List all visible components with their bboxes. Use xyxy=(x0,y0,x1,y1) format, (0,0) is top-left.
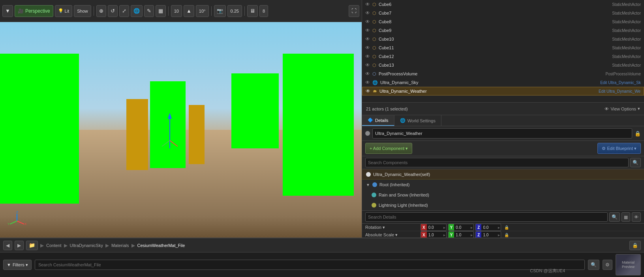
scale-btn[interactable]: ⤢ xyxy=(119,5,129,17)
eye-icon-cube7[interactable]: 👁 xyxy=(365,10,370,16)
search-details-input[interactable] xyxy=(365,212,608,222)
outliner-row-cube9[interactable]: 👁 ⬡ Cube9 StaticMeshActor xyxy=(362,26,644,35)
outliner-row-cube10[interactable]: 👁 ⬡ Cube10 StaticMeshActor xyxy=(362,35,644,43)
folder-icon-btn[interactable]: 📁 xyxy=(26,241,38,250)
actor-name-input[interactable] xyxy=(372,128,632,138)
component-root[interactable]: ▼ Root (Inherited) xyxy=(362,180,644,190)
angle-btn[interactable]: 10° xyxy=(196,5,209,17)
tab-world-settings[interactable]: 🌐 World Settings xyxy=(394,115,441,126)
breadcrumb-sep-1: ▶ xyxy=(64,243,68,248)
add-component-button[interactable]: + Add Component ▾ xyxy=(365,143,412,154)
eye-icon-cube8[interactable]: 👁 xyxy=(365,19,370,24)
actor-name-cube7: Cube7 xyxy=(379,11,610,15)
scale-x-field[interactable]: X 1.0 ▸ xyxy=(421,231,447,238)
filter-icon: ▼ xyxy=(7,262,11,267)
outliner-row-cube13[interactable]: 👁 ⬡ Cube13 StaticMeshActor xyxy=(362,61,644,69)
content-thumbnail[interactable]: MaterialPreview xyxy=(616,254,641,275)
eye-icon-ppv[interactable]: 👁 xyxy=(365,71,370,77)
tab-details[interactable]: 🔷 Details xyxy=(362,115,394,126)
eye-icon-cube10[interactable]: 👁 xyxy=(365,36,370,42)
filters-btn[interactable]: ▼ Filters ▾ xyxy=(3,260,32,270)
content-lock-btn[interactable]: 🔒 xyxy=(629,241,641,250)
edit-blueprint-button[interactable]: ⚙ Edit Blueprint ▾ xyxy=(597,143,641,154)
rotation-x-field[interactable]: X 0.0 ▸ xyxy=(421,224,447,231)
viewport-canvas[interactable]: Z X Y xyxy=(0,22,362,238)
screen-btn[interactable]: 🖥 xyxy=(247,5,258,17)
rotate-btn[interactable]: ↺ xyxy=(108,5,118,17)
camera-btn[interactable]: 📷 xyxy=(214,5,226,17)
rotation-z-field[interactable]: Z 0.0 ▸ xyxy=(475,224,501,231)
expand-btn[interactable]: ⛶ xyxy=(349,5,359,17)
scale-x-arrow[interactable]: ▸ xyxy=(443,233,446,237)
content-settings-btn[interactable]: ⚙ xyxy=(603,260,612,270)
content-search-btn[interactable]: 🔍 xyxy=(588,260,599,270)
rotation-x-arrow[interactable]: ▸ xyxy=(443,225,446,230)
scale-z-field[interactable]: Z 1.0 ▸ xyxy=(475,231,501,238)
breadcrumb-content[interactable]: Content xyxy=(46,243,62,248)
scale-x-val: 1.0 xyxy=(427,233,443,237)
eye-icon-cube9[interactable]: 👁 xyxy=(365,28,370,33)
rotation-y-arrow[interactable]: ▸ xyxy=(470,225,473,230)
outliner-row-sky[interactable]: 👁 🌐 Ultra_Dynamic_Sky Edit Ultra_Dynamic… xyxy=(362,78,644,87)
grid-view-btn[interactable]: ▦ xyxy=(621,212,630,222)
num-btn[interactable]: 8 xyxy=(259,5,268,17)
thumb-label: MaterialPreview xyxy=(622,260,635,269)
view-options-btn[interactable]: 👁 View Options ▾ xyxy=(605,106,640,111)
component-name-lightning: Lightning Light (Inherited) xyxy=(379,203,428,208)
scene-box-orange-2 xyxy=(189,105,205,164)
rotation-y-field[interactable]: Y 0.0 ▸ xyxy=(448,224,474,231)
outliner-row-cube12[interactable]: 👁 ⬡ Cube12 StaticMeshActor xyxy=(362,52,644,61)
actor-name-sky: Ultra_Dynamic_Sky xyxy=(380,80,598,85)
triangle-btn[interactable]: ▲ xyxy=(184,5,194,17)
outliner-row-cube7[interactable]: 👁 ⬡ Cube7 StaticMeshActor xyxy=(362,9,644,17)
transform-btn[interactable]: ⊕ xyxy=(96,5,106,17)
scale-lock[interactable]: 🔒 xyxy=(504,233,509,237)
lit-btn[interactable]: 💡 Lit xyxy=(55,5,73,17)
search-components-input[interactable] xyxy=(365,158,629,167)
search-components-btn[interactable]: 🔍 xyxy=(630,158,641,167)
eye-icon-cube6[interactable]: 👁 xyxy=(365,2,370,7)
actor-type-cube11: StaticMeshActor xyxy=(612,46,641,50)
viewport-options-btn[interactable]: ▼ xyxy=(2,5,13,17)
perspective-label: Perspective xyxy=(25,8,50,14)
outliner-row-cube11[interactable]: 👁 ⬡ Cube11 StaticMeshActor xyxy=(362,43,644,52)
outliner-row-cube6[interactable]: 👁 ⬡ Cube6 StaticMeshActor xyxy=(362,0,644,9)
outliner-row-weather[interactable]: 👁 🌧 Ultra_Dynamic_Weather Edit Ultra_Dyn… xyxy=(362,87,644,95)
forward-btn[interactable]: ▶ xyxy=(15,241,24,250)
eye-icon-cube13[interactable]: 👁 xyxy=(365,62,370,68)
show-btn[interactable]: Show xyxy=(74,5,91,17)
actor-type-cube9: StaticMeshActor xyxy=(612,28,641,33)
scale-z-arrow[interactable]: ▸ xyxy=(497,233,501,237)
outliner-row-cube8[interactable]: 👁 ⬡ Cube8 StaticMeshActor xyxy=(362,17,644,26)
component-lightning[interactable]: Lightning Light (Inherited) xyxy=(362,200,644,210)
pencil-btn[interactable]: ✎ xyxy=(144,5,154,17)
breadcrumb-ultradynamicsky[interactable]: UltraDynamicSky xyxy=(70,243,103,248)
component-self[interactable]: Ultra_Dynamic_Weather(self) xyxy=(362,169,644,180)
back-btn[interactable]: ◀ xyxy=(3,241,12,250)
eye-icon-cube11[interactable]: 👁 xyxy=(365,45,370,51)
eye-filter-btn[interactable]: 👁 xyxy=(632,212,641,222)
actor-name-weather: Ultra_Dynamic_Weather xyxy=(379,89,596,94)
grid-btn[interactable]: ▦ xyxy=(156,5,166,17)
eye-icon-cube12[interactable]: 👁 xyxy=(365,54,370,59)
actors-bar: 21 actors (1 selected) 👁 View Options ▾ xyxy=(362,103,644,115)
lock-icon[interactable]: 🔒 xyxy=(635,131,641,137)
rotation-lock[interactable]: 🔒 xyxy=(504,225,509,230)
scale-y-arrow[interactable]: ▸ xyxy=(470,233,473,237)
eye-icon-sky[interactable]: 👁 xyxy=(365,80,370,85)
grid-value-btn[interactable]: 10 xyxy=(171,5,182,17)
breadcrumb-materials[interactable]: Materials xyxy=(111,243,129,248)
scale-y-field[interactable]: Y 1.0 ▸ xyxy=(448,231,474,238)
search-details-btn[interactable]: 🔍 xyxy=(609,212,620,222)
globe-btn[interactable]: 🌐 xyxy=(131,5,143,17)
breadcrumb-cesium[interactable]: CesiumWeatherMat_File xyxy=(137,243,185,248)
rotation-z-arrow[interactable]: ▸ xyxy=(497,225,501,230)
component-rain[interactable]: Rain and Snow (Inherited) xyxy=(362,190,644,200)
perspective-dropdown[interactable]: 🎥 Perspective xyxy=(15,5,53,17)
component-name-self: Ultra_Dynamic_Weather(self) xyxy=(373,172,430,177)
outliner-row-ppv[interactable]: 👁 ⬡ PostProcessVolume PostProcessVolume xyxy=(362,69,644,78)
eye-icon-weather[interactable]: 👁 xyxy=(366,88,370,94)
scale-value-btn[interactable]: 0.25 xyxy=(227,5,242,17)
actor-type-cube7: StaticMeshActor xyxy=(612,11,641,15)
content-search-input[interactable] xyxy=(35,260,585,270)
